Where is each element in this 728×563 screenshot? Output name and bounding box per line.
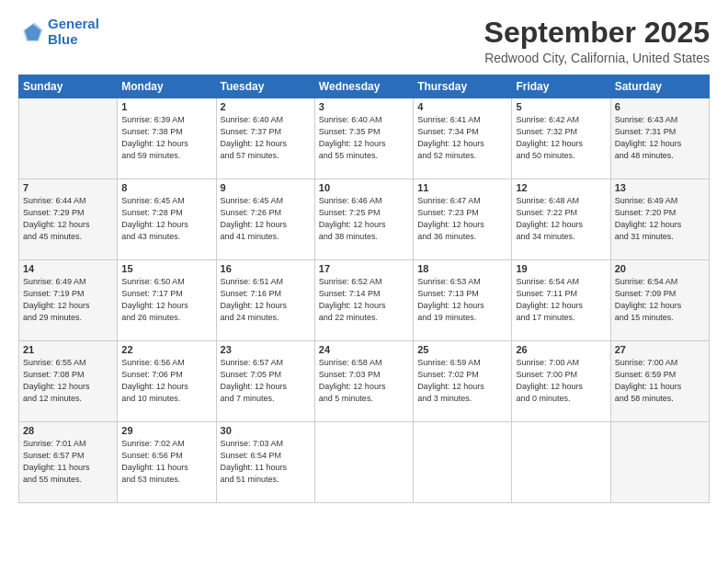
day-number: 19 xyxy=(516,263,606,274)
day-number: 9 xyxy=(221,182,311,193)
calendar-cell: 20Sunrise: 6:54 AM Sunset: 7:09 PM Dayli… xyxy=(610,260,709,341)
page: General Blue September 2025 Redwood City… xyxy=(0,0,728,563)
logo-icon xyxy=(18,19,44,45)
day-info: Sunrise: 6:41 AM Sunset: 7:34 PM Dayligh… xyxy=(417,114,507,162)
day-info: Sunrise: 6:54 AM Sunset: 7:11 PM Dayligh… xyxy=(516,276,606,324)
day-info: Sunrise: 6:54 AM Sunset: 7:09 PM Dayligh… xyxy=(615,276,705,324)
calendar-cell xyxy=(512,422,610,503)
day-info: Sunrise: 6:49 AM Sunset: 7:19 PM Dayligh… xyxy=(23,276,113,324)
calendar-cell: 16Sunrise: 6:51 AM Sunset: 7:16 PM Dayli… xyxy=(216,260,314,341)
day-number: 2 xyxy=(221,101,311,112)
calendar-cell: 23Sunrise: 6:57 AM Sunset: 7:05 PM Dayli… xyxy=(216,341,314,422)
day-info: Sunrise: 6:45 AM Sunset: 7:26 PM Dayligh… xyxy=(221,195,311,243)
day-info: Sunrise: 6:58 AM Sunset: 7:03 PM Dayligh… xyxy=(319,357,409,405)
col-monday: Monday xyxy=(118,75,216,98)
calendar-cell: 1Sunrise: 6:39 AM Sunset: 7:38 PM Daylig… xyxy=(118,98,216,179)
day-info: Sunrise: 6:39 AM Sunset: 7:38 PM Dayligh… xyxy=(121,114,211,162)
col-friday: Friday xyxy=(512,75,610,98)
day-info: Sunrise: 6:48 AM Sunset: 7:22 PM Dayligh… xyxy=(516,195,606,243)
day-number: 7 xyxy=(23,182,113,193)
header-row: Sunday Monday Tuesday Wednesday Thursday… xyxy=(19,75,710,98)
day-number: 20 xyxy=(615,263,705,274)
col-saturday: Saturday xyxy=(610,75,709,98)
calendar-cell xyxy=(610,422,709,503)
day-info: Sunrise: 7:03 AM Sunset: 6:54 PM Dayligh… xyxy=(221,438,311,486)
day-number: 28 xyxy=(23,425,113,436)
day-info: Sunrise: 7:02 AM Sunset: 6:56 PM Dayligh… xyxy=(121,438,211,486)
day-info: Sunrise: 6:56 AM Sunset: 7:06 PM Dayligh… xyxy=(121,357,211,405)
calendar-cell: 22Sunrise: 6:56 AM Sunset: 7:06 PM Dayli… xyxy=(118,341,216,422)
day-number: 23 xyxy=(221,344,311,355)
day-info: Sunrise: 7:00 AM Sunset: 7:00 PM Dayligh… xyxy=(516,357,606,405)
calendar-cell: 8Sunrise: 6:45 AM Sunset: 7:28 PM Daylig… xyxy=(118,179,216,260)
calendar-cell: 3Sunrise: 6:40 AM Sunset: 7:35 PM Daylig… xyxy=(314,98,413,179)
calendar-cell: 5Sunrise: 6:42 AM Sunset: 7:32 PM Daylig… xyxy=(512,98,610,179)
logo-general: General xyxy=(48,16,99,31)
calendar-cell: 29Sunrise: 7:02 AM Sunset: 6:56 PM Dayli… xyxy=(118,422,216,503)
day-info: Sunrise: 6:44 AM Sunset: 7:29 PM Dayligh… xyxy=(23,195,113,243)
calendar-cell: 14Sunrise: 6:49 AM Sunset: 7:19 PM Dayli… xyxy=(19,260,118,341)
day-number: 8 xyxy=(121,182,211,193)
day-info: Sunrise: 7:00 AM Sunset: 6:59 PM Dayligh… xyxy=(615,357,705,405)
calendar-cell: 25Sunrise: 6:59 AM Sunset: 7:02 PM Dayli… xyxy=(414,341,512,422)
day-info: Sunrise: 6:45 AM Sunset: 7:28 PM Dayligh… xyxy=(121,195,211,243)
day-info: Sunrise: 6:51 AM Sunset: 7:16 PM Dayligh… xyxy=(221,276,311,324)
col-thursday: Thursday xyxy=(414,75,512,98)
calendar-week-3: 14Sunrise: 6:49 AM Sunset: 7:19 PM Dayli… xyxy=(19,260,710,341)
day-number: 22 xyxy=(121,344,211,355)
calendar-week-5: 28Sunrise: 7:01 AM Sunset: 6:57 PM Dayli… xyxy=(19,422,710,503)
calendar-cell xyxy=(414,422,512,503)
day-number: 26 xyxy=(516,344,606,355)
month-title: September 2025 xyxy=(484,17,710,49)
day-number: 21 xyxy=(23,344,113,355)
day-info: Sunrise: 6:40 AM Sunset: 7:37 PM Dayligh… xyxy=(221,114,311,162)
day-number: 16 xyxy=(221,263,311,274)
calendar-cell: 27Sunrise: 7:00 AM Sunset: 6:59 PM Dayli… xyxy=(610,341,709,422)
col-sunday: Sunday xyxy=(19,75,118,98)
day-number: 27 xyxy=(615,344,705,355)
day-info: Sunrise: 6:52 AM Sunset: 7:14 PM Dayligh… xyxy=(319,276,409,324)
calendar-cell xyxy=(314,422,413,503)
calendar-cell: 10Sunrise: 6:46 AM Sunset: 7:25 PM Dayli… xyxy=(314,179,413,260)
calendar-cell: 15Sunrise: 6:50 AM Sunset: 7:17 PM Dayli… xyxy=(118,260,216,341)
calendar-week-2: 7Sunrise: 6:44 AM Sunset: 7:29 PM Daylig… xyxy=(19,179,710,260)
svg-marker-2 xyxy=(23,22,42,40)
header: General Blue September 2025 Redwood City… xyxy=(18,17,710,65)
title-block: September 2025 Redwood City, California,… xyxy=(484,17,710,65)
day-number: 24 xyxy=(319,344,409,355)
day-number: 29 xyxy=(121,425,211,436)
day-number: 17 xyxy=(319,263,409,274)
calendar-cell: 28Sunrise: 7:01 AM Sunset: 6:57 PM Dayli… xyxy=(19,422,118,503)
day-number: 15 xyxy=(121,263,211,274)
calendar-cell: 9Sunrise: 6:45 AM Sunset: 7:26 PM Daylig… xyxy=(216,179,314,260)
col-wednesday: Wednesday xyxy=(314,75,413,98)
day-number: 1 xyxy=(121,101,211,112)
day-number: 6 xyxy=(615,101,705,112)
day-number: 11 xyxy=(417,182,507,193)
calendar-table: Sunday Monday Tuesday Wednesday Thursday… xyxy=(18,75,710,503)
calendar-cell: 18Sunrise: 6:53 AM Sunset: 7:13 PM Dayli… xyxy=(414,260,512,341)
day-info: Sunrise: 6:59 AM Sunset: 7:02 PM Dayligh… xyxy=(417,357,507,405)
day-info: Sunrise: 7:01 AM Sunset: 6:57 PM Dayligh… xyxy=(23,438,113,486)
calendar-cell: 30Sunrise: 7:03 AM Sunset: 6:54 PM Dayli… xyxy=(216,422,314,503)
calendar-week-4: 21Sunrise: 6:55 AM Sunset: 7:08 PM Dayli… xyxy=(19,341,710,422)
location: Redwood City, California, United States xyxy=(484,51,710,65)
calendar-cell: 13Sunrise: 6:49 AM Sunset: 7:20 PM Dayli… xyxy=(610,179,709,260)
day-number: 18 xyxy=(417,263,507,274)
logo-text: General Blue xyxy=(48,17,99,47)
calendar-cell: 12Sunrise: 6:48 AM Sunset: 7:22 PM Dayli… xyxy=(512,179,610,260)
day-number: 3 xyxy=(319,101,409,112)
calendar-week-1: 1Sunrise: 6:39 AM Sunset: 7:38 PM Daylig… xyxy=(19,98,710,179)
calendar-cell: 6Sunrise: 6:43 AM Sunset: 7:31 PM Daylig… xyxy=(610,98,709,179)
day-number: 10 xyxy=(319,182,409,193)
calendar-cell: 7Sunrise: 6:44 AM Sunset: 7:29 PM Daylig… xyxy=(19,179,118,260)
logo-blue: Blue xyxy=(48,31,78,47)
day-number: 30 xyxy=(221,425,311,436)
day-info: Sunrise: 6:55 AM Sunset: 7:08 PM Dayligh… xyxy=(23,357,113,405)
day-info: Sunrise: 6:40 AM Sunset: 7:35 PM Dayligh… xyxy=(319,114,409,162)
col-tuesday: Tuesday xyxy=(216,75,314,98)
day-info: Sunrise: 6:57 AM Sunset: 7:05 PM Dayligh… xyxy=(221,357,311,405)
calendar-cell: 24Sunrise: 6:58 AM Sunset: 7:03 PM Dayli… xyxy=(314,341,413,422)
calendar-cell: 2Sunrise: 6:40 AM Sunset: 7:37 PM Daylig… xyxy=(216,98,314,179)
calendar-cell: 17Sunrise: 6:52 AM Sunset: 7:14 PM Dayli… xyxy=(314,260,413,341)
